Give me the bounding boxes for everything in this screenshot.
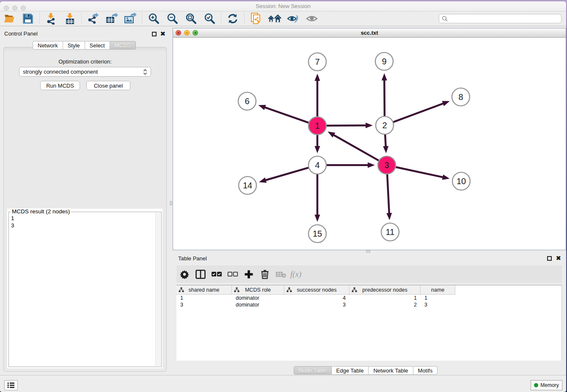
table-cell[interactable]: 1: [350, 295, 421, 301]
edge-3-11[interactable]: [387, 174, 389, 214]
graph-node-label-2: 2: [382, 121, 387, 130]
delete-columns-icon[interactable]: [257, 267, 273, 282]
graph-node-label-14: 14: [243, 181, 252, 190]
edge-2-3[interactable]: [385, 134, 386, 147]
open-file-icon[interactable]: [2, 12, 17, 25]
export-table-icon[interactable]: [105, 12, 119, 25]
toolbar-separator: [221, 13, 221, 25]
result-scrollbar[interactable]: [155, 213, 161, 366]
search-input[interactable]: [449, 16, 561, 22]
table-cell[interactable]: dominator: [232, 301, 284, 308]
mcds-result-group: MCDS result (2 nodes) 1 3: [8, 212, 162, 367]
table-panel-close-icon[interactable]: ✖: [556, 254, 561, 262]
table-options-icon[interactable]: [176, 267, 193, 282]
zoom-out-icon[interactable]: [165, 12, 179, 25]
graph-node-label-10: 10: [457, 177, 466, 186]
network-window: × − + scc.txt 7968124314101511: [173, 28, 566, 250]
control-panel-float-icon[interactable]: [152, 32, 157, 36]
toolbar-separator: [244, 13, 245, 25]
table-cell[interactable]: 1: [176, 295, 232, 301]
export-network-icon[interactable]: [86, 12, 100, 25]
edge-1-2[interactable]: [326, 125, 366, 126]
edge-arrowhead: [442, 174, 450, 180]
show-column-panel-icon[interactable]: [193, 267, 209, 282]
run-mcds-button[interactable]: Run MCDS: [40, 81, 80, 90]
criterion-select[interactable]: strongly connected component: [19, 67, 151, 77]
show-selected-icon[interactable]: [305, 12, 319, 25]
show-all-icon[interactable]: [267, 12, 282, 25]
graph-node-label-11: 11: [386, 227, 395, 237]
table-cell[interactable]: 4: [284, 295, 350, 301]
save-session-icon[interactable]: [21, 12, 35, 25]
mcds-result-title: MCDS result (2 nodes): [11, 208, 71, 215]
import-table-icon[interactable]: [63, 12, 77, 25]
vertical-splitter[interactable]: [169, 26, 173, 375]
horizontal-splitter-grip[interactable]: [366, 250, 370, 253]
mcds-panel: Optimization criterion: strongly connect…: [3, 47, 167, 372]
memory-button[interactable]: Memory: [531, 380, 562, 390]
add-column-icon[interactable]: [241, 267, 257, 282]
search-box[interactable]: [439, 14, 561, 23]
network-graph[interactable]: 7968124314101511: [173, 38, 566, 250]
edge-1-6[interactable]: [264, 107, 309, 123]
table-cell[interactable]: 3: [421, 301, 455, 308]
zoom-selected-icon[interactable]: [202, 12, 217, 25]
edge-arrowhead: [315, 215, 320, 222]
edge-arrowhead: [368, 163, 375, 168]
tab-motifs[interactable]: Motifs: [413, 366, 438, 375]
table-cell[interactable]: 3: [284, 301, 350, 308]
table-cell[interactable]: dominator: [232, 295, 284, 301]
table-row[interactable]: 1dominator411: [176, 295, 561, 301]
export-image-icon[interactable]: [123, 12, 138, 25]
tab-network[interactable]: Network: [33, 41, 63, 50]
deselect-all-columns-icon[interactable]: [225, 267, 241, 282]
tab-node-table[interactable]: Node Table: [294, 366, 332, 375]
column-header-shared-name[interactable]: shared name: [176, 285, 232, 295]
zoom-in-icon[interactable]: [146, 12, 161, 25]
edge-3-1[interactable]: [333, 135, 379, 160]
close-panel-button[interactable]: Close panel: [86, 81, 130, 90]
edge-4-14[interactable]: [265, 168, 309, 180]
select-all-columns-icon[interactable]: [209, 267, 225, 282]
clone-network-icon[interactable]: [249, 12, 263, 25]
table-cell[interactable]: 1: [421, 295, 455, 301]
hide-selected-icon[interactable]: [286, 12, 300, 25]
column-header-name[interactable]: name: [421, 285, 455, 295]
horizontal-splitter[interactable]: [173, 250, 566, 253]
refresh-view-icon[interactable]: [226, 12, 240, 25]
network-canvas[interactable]: 7968124314101511: [173, 38, 566, 250]
toolbar-separator: [39, 13, 40, 25]
table-panel-float-icon[interactable]: [547, 256, 552, 261]
vertical-splitter-grip[interactable]: [170, 201, 172, 205]
table-row[interactable]: 3dominator323: [176, 301, 561, 308]
column-label: shared name: [189, 287, 220, 293]
zoom-fit-icon[interactable]: [184, 12, 198, 25]
delete-table-icon[interactable]: [273, 267, 289, 282]
table-cell[interactable]: 3: [176, 301, 232, 308]
edge-2-8[interactable]: [393, 103, 444, 122]
column-header-MCDS-role[interactable]: MCDS role: [232, 285, 284, 295]
function-builder-icon[interactable]: f(x): [289, 267, 305, 282]
tab-select[interactable]: Select: [85, 41, 110, 50]
tab-network-table[interactable]: Network Table: [369, 366, 413, 375]
edge-3-10[interactable]: [396, 167, 443, 177]
mcds-result-text[interactable]: 1 3: [11, 215, 14, 229]
column-header-predecessor-nodes[interactable]: predecessor nodes: [350, 285, 421, 295]
edge-2-9[interactable]: [384, 80, 385, 116]
graph-node-label-1: 1: [315, 121, 319, 130]
task-history-button[interactable]: [4, 380, 18, 390]
column-header-successor-nodes[interactable]: successor nodes: [284, 285, 350, 295]
table-cell[interactable]: 2: [350, 301, 421, 308]
import-network-icon[interactable]: [44, 12, 58, 25]
tab-style[interactable]: Style: [63, 41, 85, 50]
graph-node-label-4: 4: [315, 160, 319, 170]
content-area: Control Panel ✖ Network Style Select MCD…: [0, 26, 566, 375]
tab-mcds[interactable]: MCDS: [110, 41, 136, 50]
table-toolbar: f(x): [176, 265, 562, 283]
memory-label: Memory: [540, 382, 559, 388]
network-window-titlebar[interactable]: × − + scc.txt: [173, 28, 566, 38]
control-panel-close-icon[interactable]: ✖: [160, 30, 165, 38]
tab-edge-table[interactable]: Edge Table: [332, 366, 369, 375]
column-label: predecessor nodes: [362, 287, 407, 293]
table-panel: Table Panel ✖: [173, 253, 566, 375]
